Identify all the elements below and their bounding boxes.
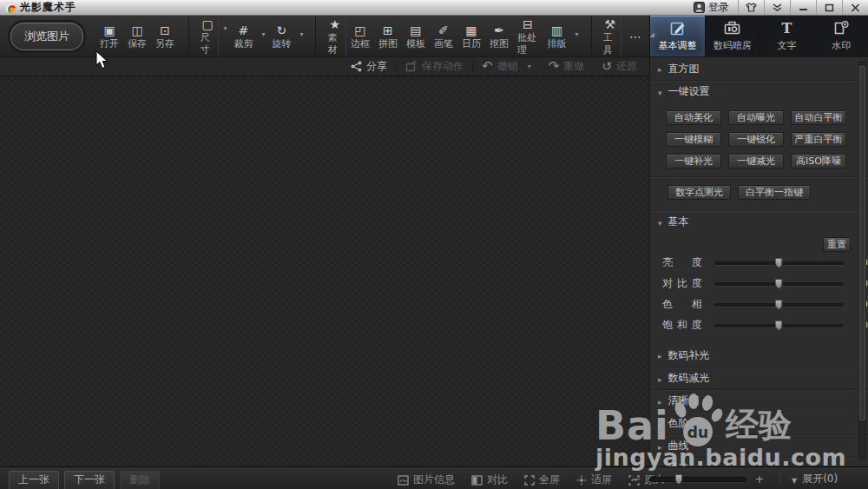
expand-arrow-icon bbox=[658, 216, 662, 228]
browse-images-button[interactable]: 浏览图片 bbox=[10, 23, 83, 50]
fit-screen-button[interactable]: 适屏 bbox=[576, 472, 612, 487]
toolbar-item[interactable]: ◰ 边框 bbox=[346, 22, 374, 50]
onekey-button[interactable]: 一键减光 bbox=[728, 154, 784, 169]
slider-row: 色相 0 bbox=[650, 294, 868, 314]
revert-button[interactable]: 还原 bbox=[593, 59, 649, 74]
close-button[interactable] bbox=[842, 0, 868, 15]
slider-track[interactable] bbox=[714, 282, 844, 286]
tab-watermark[interactable]: 水印 bbox=[813, 16, 868, 56]
onekey-button[interactable]: 数字点测光 bbox=[667, 185, 731, 200]
compare-button[interactable]: 对比 bbox=[471, 472, 508, 487]
image-info-button[interactable]: 图片信息 bbox=[398, 472, 455, 487]
toolbar-item-label: 拼图 bbox=[378, 38, 398, 50]
onekey-button[interactable]: 自动美化 bbox=[666, 110, 721, 125]
template-icon: ▤ bbox=[410, 23, 421, 38]
toolbar-item[interactable]: ▣ 打开 bbox=[95, 22, 123, 50]
toolbar-item[interactable]: ⊟ 批处理 bbox=[513, 16, 543, 56]
toolbar-item-label: 尺寸 bbox=[201, 32, 214, 56]
toolbar-item[interactable]: ▤ 模板 bbox=[402, 22, 430, 50]
collapsed-section-header[interactable]: 色阶 bbox=[650, 412, 868, 434]
app-title: 光影魔术手 bbox=[20, 0, 76, 15]
slider-thumb[interactable] bbox=[775, 320, 783, 331]
slider-row: 对比度 0 bbox=[650, 274, 868, 294]
nav-button[interactable]: 删除 bbox=[120, 471, 160, 489]
fullscreen-button[interactable]: 全屏 bbox=[524, 472, 560, 487]
tab-text[interactable]: T 文字 bbox=[760, 16, 814, 56]
collapse-to-tray-button[interactable] bbox=[764, 0, 790, 15]
panel-scrollbar[interactable] bbox=[858, 62, 866, 459]
status-bar: 上一张下一张删除 图片信息 对比 全屏 适屏 原大 − + bbox=[0, 466, 868, 489]
slider-thumb[interactable] bbox=[775, 300, 783, 310]
toolbar-item[interactable]: ◫ 保存 bbox=[123, 22, 151, 50]
toolbar-item-label: 保存 bbox=[128, 38, 147, 50]
toolbar-item[interactable]: ⋯ bbox=[621, 28, 649, 44]
slider-thumb[interactable] bbox=[775, 279, 783, 289]
slider-track[interactable] bbox=[714, 324, 844, 327]
undo-button[interactable]: 撤销 bbox=[473, 59, 540, 74]
main-toolbar: 浏览图片 ▣ 打开 ◫ 保存 ⊡ 另存 ▢ 尺寸 # 裁剪 ↻ bbox=[0, 16, 649, 57]
zoom-out-button[interactable]: − bbox=[630, 472, 642, 486]
nav-button[interactable]: 上一张 bbox=[9, 471, 59, 489]
material-icon: ★ bbox=[329, 17, 340, 32]
collapsed-section-header[interactable]: 清晰度 bbox=[650, 389, 868, 412]
toolbar-item[interactable]: ▦ 日历 bbox=[457, 22, 485, 50]
toolbar-item[interactable]: ★ 素材 bbox=[315, 16, 345, 56]
onekey-button[interactable]: 严重白平衡 bbox=[791, 132, 846, 147]
zoom-slider-thumb[interactable] bbox=[675, 474, 683, 485]
toolbar-item[interactable]: ⊡ 另存 bbox=[151, 22, 179, 50]
toolbar-item[interactable]: ⚒ 工具 bbox=[591, 16, 621, 56]
tools-icon: ⚒ bbox=[604, 17, 615, 32]
reset-button[interactable]: 重置 bbox=[823, 237, 851, 252]
zoom-in-button[interactable]: + bbox=[753, 472, 766, 486]
section-basic[interactable]: 基本 bbox=[650, 210, 868, 233]
collapsed-section-header[interactable]: 数码减光 bbox=[650, 367, 868, 389]
toolbar-item-label: 素材 bbox=[327, 32, 341, 56]
onekey-button[interactable]: 自动曝光 bbox=[728, 110, 784, 125]
save-action-button[interactable]: 保存动作 bbox=[397, 59, 472, 74]
onekey-button[interactable]: 一键锐化 bbox=[728, 132, 784, 147]
tab-label: 文字 bbox=[777, 39, 796, 52]
scrollbar-thumb[interactable] bbox=[859, 66, 865, 420]
maximize-button[interactable] bbox=[816, 0, 842, 15]
toolbar-item[interactable]: ↻ 旋转 bbox=[267, 22, 295, 50]
login-button[interactable]: 登录 bbox=[685, 0, 738, 15]
collapsed-section-header[interactable]: 数码补光 bbox=[650, 344, 868, 367]
zoom-slider-track[interactable] bbox=[649, 477, 746, 482]
onekey-button[interactable]: 一键补光 bbox=[666, 154, 721, 169]
toolbar-item[interactable]: ✐ 画笔 bbox=[430, 22, 457, 50]
slider-track[interactable] bbox=[714, 261, 844, 265]
onekey-button[interactable]: 白平衡一指键 bbox=[738, 185, 811, 200]
nav-button[interactable]: 下一张 bbox=[64, 471, 115, 489]
skin-button[interactable] bbox=[738, 0, 764, 15]
collapse-arrow-icon bbox=[658, 349, 662, 361]
section-onekey-settings[interactable]: 一键设置 bbox=[650, 80, 868, 102]
collapsed-section-header[interactable]: 曲线 bbox=[650, 434, 868, 457]
toolbar-item[interactable]: ▢ 尺寸 bbox=[188, 16, 219, 56]
slider-row: 亮度 0 bbox=[650, 253, 868, 273]
toolbar-item[interactable]: ⊞ 拼图 bbox=[374, 22, 402, 50]
toolbar-item[interactable]: # 裁剪 bbox=[229, 22, 257, 50]
toolbar-item-label: 抠图 bbox=[490, 38, 509, 50]
tab-digital-darkroom[interactable]: 数码暗房 bbox=[705, 16, 760, 56]
minimize-button[interactable] bbox=[790, 0, 816, 15]
toolbar-item[interactable]: ✒ 抠图 bbox=[485, 22, 513, 50]
slider-track[interactable] bbox=[714, 303, 844, 307]
tab-basic-adjust[interactable]: 基本调整 bbox=[650, 16, 705, 56]
toolbar-item[interactable]: ▥ 排版 bbox=[543, 22, 571, 50]
share-button[interactable]: 分享 bbox=[342, 59, 396, 74]
collapsed-section-header[interactable]: 通道 bbox=[650, 457, 868, 466]
rotate-icon: ↻ bbox=[277, 23, 287, 38]
close-icon bbox=[851, 3, 860, 12]
slider-thumb[interactable] bbox=[775, 258, 783, 268]
save-as-icon: ⊡ bbox=[160, 23, 170, 38]
onekey-button[interactable]: 一键模糊 bbox=[666, 132, 721, 147]
redo-button[interactable]: 重做 bbox=[540, 59, 594, 74]
minimize-icon bbox=[799, 3, 808, 12]
expand-button[interactable]: 展开(0) bbox=[792, 472, 838, 486]
tab-label: 基本调整 bbox=[658, 39, 696, 52]
section-histogram[interactable]: 直方图 bbox=[650, 57, 868, 80]
toolbar-item-label: 模板 bbox=[406, 38, 425, 50]
toolbar-item-label: 裁剪 bbox=[233, 38, 253, 50]
onekey-button[interactable]: 高ISO降噪 bbox=[791, 154, 846, 169]
onekey-button[interactable]: 自动白平衡 bbox=[791, 110, 846, 125]
